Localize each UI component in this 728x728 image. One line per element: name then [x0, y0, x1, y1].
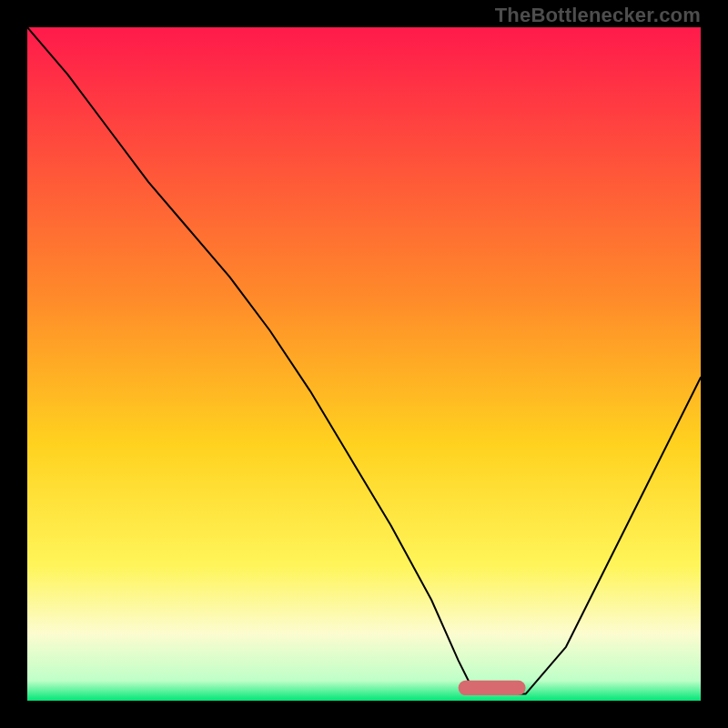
gradient-background	[27, 27, 701, 701]
plot-area	[27, 27, 701, 701]
chart-frame: TheBottlenecker.com	[0, 0, 728, 728]
watermark-text: TheBottlenecker.com	[495, 4, 701, 27]
chart-svg	[27, 27, 701, 701]
optimal-range-marker	[459, 681, 526, 695]
